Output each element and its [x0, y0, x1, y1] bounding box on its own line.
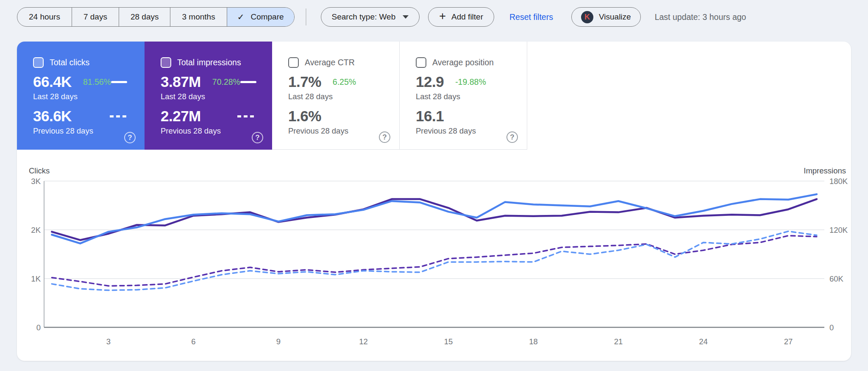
left-axis-title: Clicks [29, 166, 50, 175]
svg-text:24: 24 [699, 337, 708, 346]
checkbox-icon[interactable] [161, 57, 171, 68]
svg-text:9: 9 [276, 337, 281, 346]
metric-delta: 6.25% [333, 77, 356, 87]
add-filter-button[interactable]: + Add filter [428, 7, 494, 27]
svg-text:21: 21 [614, 337, 623, 346]
last-update-text: Last update: 3 hours ago [655, 12, 746, 22]
period-label: Last 28 days [416, 92, 527, 101]
svg-text:3: 3 [106, 337, 111, 346]
reset-filters-link[interactable]: Reset filters [509, 12, 553, 22]
help-icon[interactable] [252, 132, 263, 143]
checkbox-icon[interactable] [288, 57, 299, 68]
help-icon[interactable] [379, 131, 390, 143]
svg-text:27: 27 [784, 337, 793, 346]
search-type-label: Search type: Web [332, 12, 396, 22]
solid-line-icon [240, 81, 256, 83]
svg-text:12: 12 [359, 337, 368, 346]
keywords-everywhere-icon: K [581, 11, 593, 23]
right-axis-title: Impressions [804, 166, 846, 175]
period-label: Last 28 days [33, 92, 145, 101]
svg-text:3K: 3K [31, 177, 41, 186]
date-range-28-days[interactable]: 28 days [119, 8, 170, 26]
metric-value-previous: 16.1 [416, 108, 444, 125]
svg-text:18: 18 [529, 337, 538, 346]
card-average-position[interactable]: Average position 12.9 -19.88% Last 28 da… [400, 42, 527, 150]
checkbox-icon[interactable] [33, 57, 44, 68]
visualize-label: Visualize [599, 12, 631, 22]
date-range-group: 24 hours 7 days 28 days 3 months ✓ Compa… [17, 7, 295, 27]
svg-text:6: 6 [191, 337, 195, 346]
period-label: Last 28 days [288, 92, 399, 101]
checkbox-icon[interactable] [416, 57, 426, 68]
compare-label: Compare [250, 12, 284, 22]
visualize-button[interactable]: K Visualize [571, 7, 641, 27]
metric-value-previous: 36.6K [33, 108, 72, 125]
card-total-impressions[interactable]: Total impressions 3.87M 70.28% Last 28 d… [145, 42, 272, 150]
solid-line-icon [111, 81, 127, 83]
search-type-dropdown[interactable]: Search type: Web [321, 7, 420, 27]
metric-delta: -19.88% [455, 77, 486, 87]
card-label: Average CTR [305, 58, 355, 67]
plus-icon: + [439, 11, 446, 22]
metric-value: 3.87M [161, 73, 201, 90]
svg-text:2K: 2K [31, 226, 41, 234]
card-label: Total impressions [177, 58, 241, 67]
svg-text:1K: 1K [31, 274, 41, 283]
help-icon[interactable] [124, 132, 136, 143]
svg-text:0: 0 [36, 323, 41, 332]
card-label: Average position [432, 58, 494, 67]
toolbar-divider [306, 8, 306, 25]
series-line [52, 194, 817, 243]
series-line [52, 232, 817, 290]
svg-text:180K: 180K [829, 177, 848, 186]
card-average-ctr[interactable]: Average CTR 1.7% 6.25% Last 28 days 1.6%… [272, 42, 400, 150]
period-label: Last 28 days [161, 92, 272, 101]
compare-toggle[interactable]: ✓ Compare [227, 8, 294, 26]
help-icon[interactable] [506, 131, 518, 143]
date-range-3-months[interactable]: 3 months [170, 8, 226, 26]
metric-cards: Total clicks 66.4K 81.56% Last 28 days 3… [17, 42, 851, 150]
svg-text:15: 15 [444, 337, 453, 346]
svg-text:120K: 120K [829, 226, 848, 234]
metric-value-previous: 1.6% [288, 108, 321, 125]
metric-value-previous: 2.27M [161, 108, 201, 125]
metric-value: 66.4K [33, 73, 72, 90]
toolbar: 24 hours 7 days 28 days 3 months ✓ Compa… [17, 7, 851, 27]
add-filter-label: Add filter [451, 12, 483, 22]
card-label: Total clicks [50, 58, 89, 67]
performance-chart[interactable]: ClicksImpressions3K2K1K0180K120K60K03691… [17, 165, 851, 355]
svg-text:60K: 60K [829, 274, 844, 283]
date-range-7-days[interactable]: 7 days [72, 8, 119, 26]
performance-panel: Total clicks 66.4K 81.56% Last 28 days 3… [17, 42, 851, 361]
dashed-line-icon [110, 115, 127, 117]
metric-value: 12.9 [416, 73, 444, 90]
metric-value: 1.7% [288, 73, 321, 90]
date-range-24-hours[interactable]: 24 hours [17, 8, 72, 26]
metric-delta: 81.56% [83, 77, 111, 87]
svg-text:0: 0 [829, 323, 834, 332]
metric-delta: 70.28% [212, 77, 240, 87]
checkmark-icon: ✓ [237, 12, 245, 22]
chevron-down-icon [403, 15, 409, 19]
dashed-line-icon [237, 115, 254, 117]
card-total-clicks[interactable]: Total clicks 66.4K 81.56% Last 28 days 3… [17, 42, 145, 150]
